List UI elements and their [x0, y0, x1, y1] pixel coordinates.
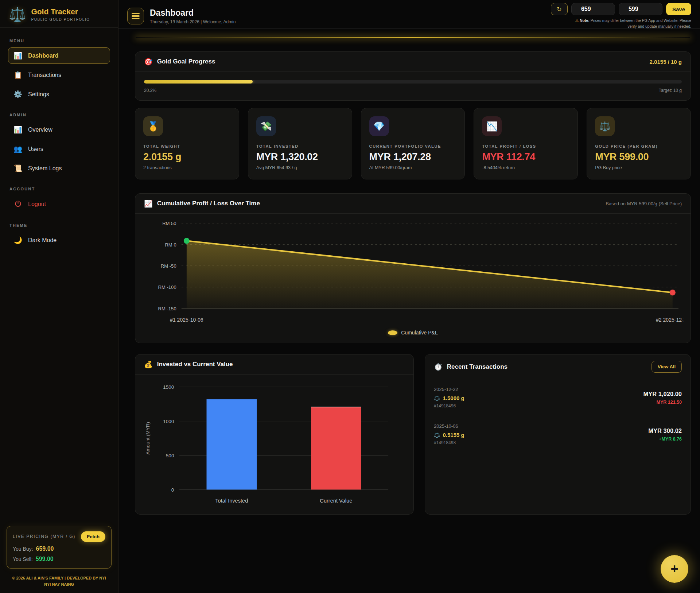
svg-text:RM 0: RM 0	[165, 242, 176, 248]
refresh-button[interactable]: ↻	[551, 3, 568, 15]
transaction-id: #14918498	[434, 440, 464, 445]
scales-icon: ⚖️	[434, 395, 440, 401]
stopwatch-icon: ⏱️	[434, 363, 443, 370]
stat-value: MYR 112.74	[482, 151, 569, 163]
stat-sub: 2 transactions	[143, 165, 231, 170]
pl-chart-title: Cumulative Profit / Loss Over Time	[157, 200, 260, 207]
stat-label: TOTAL INVESTED	[256, 144, 344, 148]
power-icon	[13, 200, 22, 208]
sidebar-item-logout[interactable]: Logout	[8, 195, 110, 213]
svg-text:RM 50: RM 50	[162, 221, 176, 226]
invested-vs-current-card: 💰 Invested vs Current Value 050010001500…	[135, 354, 414, 515]
stats-row: 🥇 TOTAL WEIGHT 2.0155 g 2 transactions 💸…	[135, 108, 691, 179]
sidebar-item-users[interactable]: 👥 Users	[8, 141, 110, 157]
svg-text:500: 500	[166, 453, 174, 458]
bar-chart-icon: 📊	[13, 126, 22, 133]
transaction-id: #14918496	[434, 403, 464, 408]
page-subtitle: Thursday, 19 March 2026 | Welocme, Admin	[150, 19, 236, 24]
svg-text:1000: 1000	[163, 419, 174, 424]
svg-text:#1 2025-10-06: #1 2025-10-06	[170, 317, 203, 323]
cumulative-pl-card: 📈 Cumulative Profit / Loss Over Time Bas…	[135, 193, 691, 343]
gold-glow-divider	[136, 37, 690, 38]
recent-transactions-card: ⏱️ Recent Transactions View All 2025-12-…	[425, 354, 691, 515]
goal-target: Target: 10 g	[659, 88, 682, 93]
theme-section-label: THEME	[9, 223, 109, 228]
stat-sub: PG Buy price	[595, 165, 682, 170]
content: 🎯 Gold Goal Progress 2.0155 / 10 g 20.2%…	[118, 29, 700, 593]
sidebar-item-label: Overview	[28, 127, 52, 133]
sidebar-item-label: Logout	[28, 201, 46, 208]
stat-value: MYR 599.00	[595, 151, 682, 163]
transaction-weight: 1.5000 g	[443, 395, 464, 401]
sidebar-footer: © 2026 ALI & AIN'S FAMILY | DEVELOPED BY…	[7, 575, 112, 588]
stat-card-total-invested: 💸 TOTAL INVESTED MYR 1,320.02 Avg MYR 65…	[248, 108, 352, 179]
sidebar-bottom: LIVE PRICING (MYR / G) Fetch You Buy: 65…	[0, 526, 118, 593]
buy-value: 659.00	[36, 546, 54, 552]
save-button[interactable]: Save	[666, 3, 691, 15]
app-subtitle: PUBLIC GOLD PORTFOLIO	[31, 18, 90, 22]
transaction-amount: MYR 1,020.00	[643, 391, 682, 398]
sidebar-item-dark-mode[interactable]: 🌙 Dark Mode	[8, 232, 110, 248]
stat-card-profit-loss: 📉 TOTAL PROFIT / LOSS MYR 112.74 -8.5404…	[474, 108, 578, 179]
note-text: Prices may differ between the PG App and…	[590, 18, 691, 28]
sidebar-item-label: Transactions	[28, 72, 61, 78]
add-transaction-button[interactable]: +	[661, 555, 688, 583]
fetch-button[interactable]: Fetch	[81, 531, 105, 542]
moon-icon: 🌙	[13, 237, 22, 244]
bottom-row: 💰 Invested vs Current Value 050010001500…	[135, 354, 691, 523]
sidebar-item-settings[interactable]: ⚙️ Settings	[8, 86, 110, 102]
stat-card-portfolio-value: 💎 CURRENT PORTFOLIO VALUE MYR 1,207.28 A…	[361, 108, 465, 179]
svg-text:RM -100: RM -100	[158, 284, 176, 290]
goal-progress-fill	[144, 80, 253, 84]
transaction-row[interactable]: 2025-10-06 ⚖️ 0.5155 g #14918498 MYR 300…	[425, 416, 691, 453]
transaction-date: 2025-12-22	[434, 387, 464, 392]
svg-text:#2 2025-12-22: #2 2025-12-22	[656, 317, 684, 323]
admin-section-label: ADMIN	[9, 113, 109, 117]
svg-text:Current Value: Current Value	[320, 498, 352, 504]
refresh-icon: ↻	[557, 6, 561, 12]
live-pricing-title: LIVE PRICING (MYR / G)	[13, 534, 75, 539]
sidebar-item-label: System Logs	[28, 165, 62, 172]
sidebar-item-dashboard[interactable]: 📊 Dashboard	[8, 47, 110, 64]
svg-text:RM -150: RM -150	[158, 306, 176, 311]
stat-value: MYR 1,207.28	[369, 151, 457, 163]
goal-title: Gold Goal Progress	[157, 58, 215, 65]
scales-icon: ⚖️	[434, 432, 440, 438]
sidebar-item-system-logs[interactable]: 📜 System Logs	[8, 160, 110, 177]
money-wings-icon: 💸	[256, 116, 276, 136]
transaction-weight: 0.5155 g	[443, 432, 464, 438]
hamburger-menu-button[interactable]	[127, 8, 144, 24]
live-pricing-card: LIVE PRICING (MYR / G) Fetch You Buy: 65…	[7, 526, 112, 569]
buy-price-input[interactable]	[571, 3, 615, 15]
stat-label: TOTAL PROFIT / LOSS	[482, 144, 569, 148]
warning-icon: ⚠	[575, 18, 579, 23]
transaction-row[interactable]: 2025-12-22 ⚖️ 1.5000 g #14918496 MYR 1,0…	[425, 379, 691, 416]
users-icon: 👥	[13, 146, 22, 152]
gear-icon: ⚙️	[13, 91, 22, 98]
sell-price-input[interactable]	[619, 3, 662, 15]
price-note: ⚠ Note: Prices may differ between the PG…	[569, 18, 691, 30]
transaction-date: 2025-10-06	[434, 423, 464, 429]
scales-icon: ⚖️	[595, 116, 615, 136]
sidebar-item-label: Users	[28, 146, 43, 152]
gold-goal-progress-card: 🎯 Gold Goal Progress 2.0155 / 10 g 20.2%…	[135, 51, 691, 101]
invested-vs-current-bar-chart: 050010001500Total InvestedCurrent ValueA…	[143, 377, 405, 511]
stat-value: 2.0155 g	[143, 151, 231, 163]
stat-label: TOTAL WEIGHT	[143, 144, 231, 148]
stat-label: CURRENT PORTFOLIO VALUE	[369, 144, 457, 148]
chart-increasing-icon: 📈	[144, 200, 153, 207]
note-label: Note:	[580, 18, 590, 23]
sidebar-item-transactions[interactable]: 📋 Transactions	[8, 67, 110, 83]
sidebar-item-overview[interactable]: 📊 Overview	[8, 121, 110, 138]
cumulative-pl-line-chart: RM 50RM 0RM -50RM -100RM -150#1 2025-10-…	[142, 218, 684, 329]
sell-label: You Sell:	[13, 556, 33, 562]
stat-sub: At MYR 599.00/gram	[369, 165, 457, 170]
gem-icon: 💎	[369, 116, 389, 136]
stat-sub: -8.5404% return	[482, 165, 569, 170]
svg-text:RM -50: RM -50	[161, 263, 176, 269]
transaction-pl: MYR 121.50	[643, 400, 682, 405]
header: Dashboard Thursday, 19 March 2026 | Welo…	[118, 0, 700, 29]
view-all-button[interactable]: View All	[652, 361, 682, 373]
sidebar-item-label: Dashboard	[28, 53, 59, 59]
goal-progress-track	[144, 80, 682, 84]
